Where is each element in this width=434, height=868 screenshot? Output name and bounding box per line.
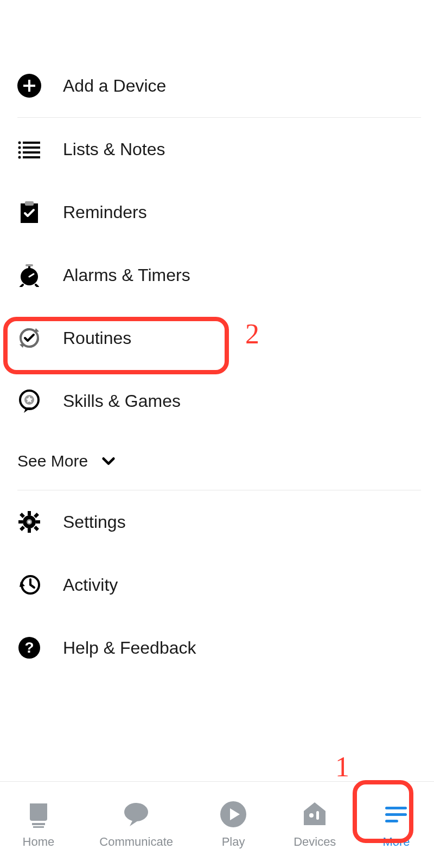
svg-point-3 [18,142,21,144]
see-more-label: See More [17,452,88,470]
menu-item-activity[interactable]: Activity [0,553,434,616]
tab-communicate[interactable]: Communicate [99,799,173,849]
menu-item-label: Alarms & Timers [63,265,190,285]
svg-text:?: ? [24,639,34,656]
question-circle-icon: ? [17,636,41,660]
svg-rect-8 [23,151,40,154]
play-circle-icon [218,799,248,829]
menu-item-label: Lists & Notes [63,139,165,159]
svg-rect-19 [28,511,31,515]
tab-devices[interactable]: Devices [293,799,336,849]
svg-rect-4 [23,142,40,144]
svg-rect-23 [20,513,25,518]
tab-label: Devices [293,835,336,849]
svg-rect-37 [316,811,319,820]
tab-play[interactable]: Play [218,799,248,849]
tab-label: Home [23,835,55,849]
svg-rect-21 [18,520,23,524]
svg-rect-2 [23,85,35,87]
svg-rect-40 [385,820,398,822]
menu-item-label: Reminders [63,202,147,222]
tab-label: More [382,835,410,849]
svg-rect-22 [36,520,40,524]
menu-item-settings[interactable]: Settings [0,490,434,553]
menu-item-reminders[interactable]: Reminders [0,181,434,244]
see-more-toggle[interactable]: See More [0,432,434,490]
menu-item-help-feedback[interactable]: ? Help & Feedback [0,616,434,679]
menu-item-alarms-timers[interactable]: Alarms & Timers [0,244,434,307]
home-icon [23,799,54,829]
plus-circle-icon [17,74,41,98]
tab-more[interactable]: More [381,799,411,849]
svg-rect-38 [385,807,407,809]
menu-item-label: Skills & Games [63,391,181,411]
svg-rect-32 [32,823,45,825]
chat-bubble-icon [121,799,151,829]
svg-rect-39 [385,813,407,816]
menu-item-skills-games[interactable]: Skills & Games [0,369,434,432]
svg-rect-13 [25,264,33,266]
svg-rect-24 [34,513,39,518]
menu-item-label: Activity [63,575,118,595]
svg-rect-20 [28,528,31,533]
chevron-down-icon [101,454,116,469]
clipboard-check-icon [17,200,41,224]
svg-point-34 [124,803,148,821]
svg-rect-6 [23,146,40,149]
menu-item-label: Add a Device [63,76,166,96]
gear-icon [17,510,41,534]
more-menu-icon [381,799,411,829]
svg-rect-33 [33,826,44,828]
svg-point-5 [18,146,21,149]
menu-item-lists-notes[interactable]: Lists & Notes [0,118,434,181]
svg-rect-26 [34,526,39,531]
menu-item-label: Settings [63,512,126,532]
speech-star-icon [17,389,41,413]
refresh-check-icon [17,326,41,350]
svg-point-36 [309,813,314,818]
history-icon [17,573,41,597]
devices-icon [299,799,330,829]
svg-point-7 [18,151,21,154]
menu-item-routines[interactable]: Routines [0,307,434,369]
bottom-tab-bar: Home Communicate Play [0,781,434,868]
list-icon [17,137,41,161]
menu-item-label: Help & Feedback [63,638,196,658]
tab-label: Communicate [99,835,173,849]
tab-home[interactable]: Home [23,799,55,849]
tab-label: Play [222,835,245,849]
menu-item-label: Routines [63,328,131,348]
menu-item-add-device[interactable]: Add a Device [0,54,434,117]
svg-rect-25 [20,526,25,531]
alarm-clock-icon [17,263,41,287]
svg-rect-10 [23,156,40,158]
svg-rect-12 [25,201,34,206]
svg-point-28 [28,521,31,524]
svg-point-9 [18,156,21,159]
